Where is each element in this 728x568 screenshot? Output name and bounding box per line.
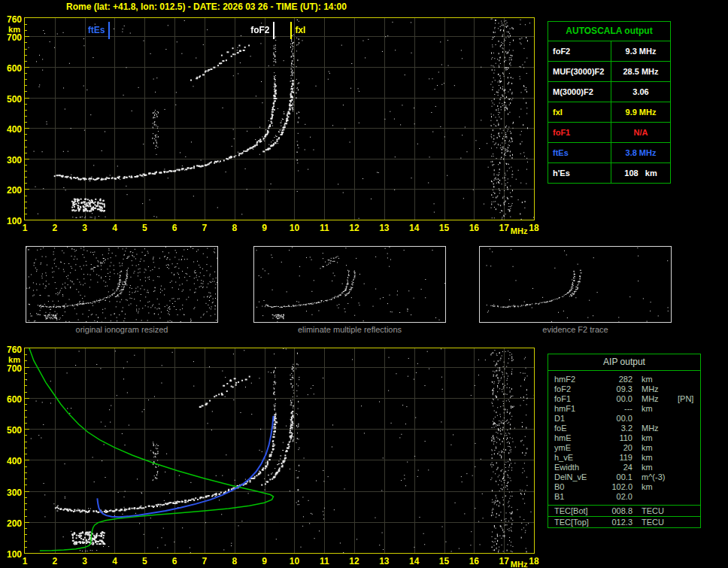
- autoscala-row-fof2: foF2 9.3 MHz: [548, 41, 670, 62]
- app-root: Rome (lat: +41.8, lon: 012.5) - DATE: 20…: [0, 0, 728, 568]
- autoscala-output-table: AUTOSCALA output foF2 9.3 MHz MUF(3000)F…: [548, 21, 671, 184]
- aip-param-unit: km: [632, 463, 678, 472]
- x-axis-tick-label-profile: 16: [469, 556, 479, 566]
- x-axis-tick-label-main: 15: [439, 223, 449, 233]
- aip-param-label: foF2: [548, 384, 599, 394]
- aip-row-ewidth: Ewidth24km: [548, 463, 700, 472]
- aip-param-note: [678, 433, 700, 443]
- autoscala-row-ftes: ftEs 3.8 MHz: [548, 143, 670, 163]
- autoscala-param-label: fxI: [548, 102, 611, 122]
- aip-param-note: [678, 404, 700, 414]
- aip-param-value: 119: [599, 453, 632, 463]
- x-axis-tick-label-profile: 11: [320, 556, 329, 566]
- y-axis-tick-label-profile: 200: [7, 518, 22, 529]
- aip-param-unit: km: [632, 482, 678, 492]
- x-axis-tick-label-profile: 17: [499, 556, 508, 566]
- x-axis-tick-label-main: 10: [290, 223, 299, 233]
- aip-row-b1: B102.0: [548, 492, 700, 502]
- aip-param-label: foE: [548, 424, 599, 433]
- x-axis-tick-label-profile: 8: [232, 556, 237, 566]
- aip-param-label: hmF2: [548, 375, 599, 384]
- thumbnail-original-canvas: [26, 247, 217, 322]
- x-axis-tick-label-main: 16: [469, 223, 479, 233]
- aip-output-table: AIP output hmF2282km foF209.3MHz foF100.…: [548, 354, 701, 528]
- aip-table-body: hmF2282km foF209.3MHz foF100.0MHz[PN] hm…: [548, 371, 700, 505]
- x-axis-tick-label-main: 14: [409, 223, 419, 233]
- y-axis-tick-label-main: 400: [7, 124, 22, 135]
- aip-row-b0: B0102.0km: [548, 482, 700, 492]
- y-axis-tick-label-profile: 700: [7, 363, 22, 374]
- x-axis-tick-label-profile: 9: [262, 556, 267, 566]
- aip-param-note: [678, 463, 700, 472]
- autoscala-param-value: 108 km: [611, 163, 670, 183]
- aip-param-unit: [632, 414, 678, 424]
- aip-param-note: [678, 492, 700, 502]
- x-axis-tick-label-profile: 13: [379, 556, 389, 566]
- aip-param-value: 00.0: [599, 394, 632, 404]
- aip-param-value: 3.2: [599, 424, 632, 433]
- x-axis-tick-label-profile: 1: [23, 556, 28, 566]
- autoscala-row-fof1: foF1 N/A: [548, 123, 670, 143]
- y-axis-tick-label-main: 600: [7, 63, 22, 74]
- x-axis-tick-label-profile: 3: [82, 556, 87, 566]
- aip-param-value: 110: [599, 433, 632, 443]
- aip-row-foe: foE3.2MHz: [548, 424, 700, 433]
- x-axis-tick-label-profile: 10: [290, 556, 299, 566]
- x-axis-tick-label-main: 9: [262, 223, 267, 233]
- x-axis-unit-main: MHz: [511, 226, 528, 235]
- aip-param-value: 008.8: [599, 506, 632, 516]
- thumbnail-f2-trace: [479, 246, 672, 323]
- aip-param-note: [678, 443, 700, 453]
- autoscala-param-label: h'Es: [548, 163, 611, 183]
- aip-param-label: TEC[Top]: [548, 517, 599, 527]
- autoscala-param-value: 3.8 MHz: [611, 143, 670, 163]
- x-axis-tick-label-main: 12: [349, 223, 359, 233]
- y-axis-unit-main: km: [8, 25, 20, 34]
- y-axis-tick-label-main: 100: [7, 216, 22, 226]
- thumbnail-caption-original: original ionogram resized: [26, 325, 218, 334]
- autoscala-row-hes: h'Es 108 km: [548, 163, 670, 183]
- aip-param-note: [678, 375, 700, 384]
- x-axis-tick-label-main: 8: [232, 223, 237, 233]
- aip-param-label: hmF1: [548, 404, 599, 414]
- aip-param-label: ymE: [548, 443, 599, 453]
- ionogram-plot-main: [24, 17, 535, 220]
- aip-param-value: 282: [599, 375, 632, 384]
- ionogram-canvas-profile: [25, 348, 534, 553]
- y-axis-tick-label-profile: 600: [7, 394, 22, 405]
- x-axis-tick-label-profile: 2: [52, 556, 57, 566]
- x-axis-tick-label-profile: 14: [409, 556, 419, 566]
- aip-row-hme: hmE110km: [548, 433, 700, 443]
- x-axis-tick-label-main: 13: [379, 223, 389, 233]
- autoscala-row-m3000: M(3000)F2 3.06: [548, 82, 670, 102]
- autoscala-table-title: AUTOSCALA output: [548, 22, 670, 41]
- autoscala-param-value: 9.3 MHz: [611, 41, 670, 61]
- thumbnail-original-ionogram: [26, 246, 218, 323]
- aip-param-value: 09.3: [599, 384, 632, 394]
- aip-table-title: AIP output: [548, 354, 700, 371]
- x-axis-tick-label-profile: 18: [529, 556, 538, 566]
- aip-row-yme: ymE20km: [548, 443, 700, 453]
- aip-param-unit: km: [632, 375, 678, 384]
- aip-param-value: 00.1: [599, 472, 632, 482]
- aip-param-value: 24: [599, 463, 632, 472]
- aip-param-label: hmE: [548, 433, 599, 443]
- y-axis-tick-label-profile: 300: [7, 488, 22, 498]
- aip-param-value: 00.0: [599, 414, 632, 424]
- aip-param-unit: km: [632, 433, 678, 443]
- x-axis-tick-label-main: 5: [142, 223, 147, 233]
- aip-param-note: [678, 482, 700, 492]
- thumbnail-f2-trace-canvas: [480, 247, 671, 322]
- y-axis-unit-profile: km: [8, 355, 20, 364]
- y-axis-tick-label-profile: 760: [7, 345, 22, 355]
- x-axis-tick-label-profile: 7: [202, 556, 208, 566]
- autoscala-param-value: 9.9 MHz: [611, 102, 670, 122]
- autoscala-param-label: M(3000)F2: [548, 82, 611, 102]
- autoscala-param-value: N/A: [611, 123, 670, 142]
- x-axis-tick-label-profile: 15: [439, 556, 449, 566]
- aip-row-delnve: DelN_vE00.1m^(-3): [548, 472, 700, 482]
- x-axis-tick-label-main: 3: [82, 223, 87, 233]
- y-axis-tick-label-profile: 400: [7, 456, 22, 466]
- aip-param-value: 012.3: [599, 517, 632, 527]
- aip-param-unit: MHz: [632, 394, 678, 404]
